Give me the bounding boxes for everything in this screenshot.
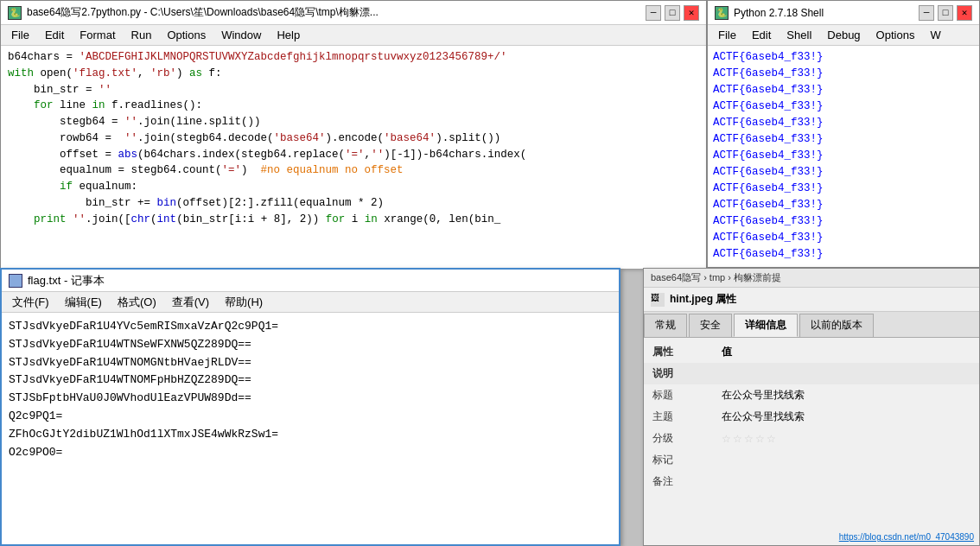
menu-file[interactable]: File	[4, 27, 36, 43]
tab-previous[interactable]: 以前的版本	[799, 314, 874, 337]
notepad-file-icon	[9, 274, 22, 288]
menu-format[interactable]: Format	[73, 27, 122, 43]
notepad-menubar: 文件(F) 编辑(E) 格式(O) 查看(V) 帮助(H)	[2, 292, 619, 313]
menu-run[interactable]: Run	[124, 27, 159, 43]
props-key-tags: 标记	[644, 449, 713, 471]
properties-url[interactable]: https://blog.csdn.net/m0_47043890	[839, 532, 974, 542]
python-file-icon: 🐍	[8, 6, 22, 20]
shell-icon: 🐍	[715, 6, 729, 20]
tab-general[interactable]: 常规	[644, 314, 687, 337]
properties-tabs: 常规 安全 详细信息 以前的版本	[644, 312, 979, 338]
props-row-title: 标题 在公众号里找线索	[644, 384, 979, 406]
shell-minimize[interactable]: ─	[919, 5, 934, 21]
props-row-rating: 分级 ☆☆☆☆☆	[644, 428, 979, 449]
shell-output-7: ACTF{6aseb4_f33!}	[713, 148, 974, 164]
props-header-val: 值	[713, 341, 979, 363]
code-line-4: for line in f.readlines():	[8, 98, 699, 114]
props-header-key: 属性	[644, 341, 713, 363]
properties-table: 属性 值 说明 标题 在公众号里找线索 主题 在公众号里找线索 分级 ☆☆☆☆☆	[644, 341, 979, 492]
props-key-notes: 备注	[644, 471, 713, 492]
code-line-7: offset = abs(b64chars.index(stegb64.repl…	[8, 147, 699, 163]
notepad-menu-edit[interactable]: 编辑(E)	[58, 293, 109, 312]
props-key-subject: 主题	[644, 406, 713, 428]
shell-title: Python 2.7.18 Shell	[734, 7, 824, 19]
shell-menubar: File Edit Shell Debug Options W	[708, 25, 979, 46]
shell-output-3: ACTF{6aseb4_f33!}	[713, 82, 974, 98]
code-area[interactable]: b64chars = 'ABCDEFGHIJKLMNOPQRSTUVWXYZab…	[1, 46, 706, 269]
shell-maximize[interactable]: □	[938, 5, 953, 21]
titlebar-left: 🐍 base64隐写2.7python.py - C:\Users\笙\Down…	[8, 5, 379, 20]
props-section-description: 说明	[644, 363, 979, 384]
props-val-rating: ☆☆☆☆☆	[713, 428, 979, 449]
props-key-rating: 分级	[644, 428, 713, 449]
notepad-menu-help[interactable]: 帮助(H)	[218, 293, 270, 312]
python-editor-title: base64隐写2.7python.py - C:\Users\笙\Downlo…	[27, 5, 379, 20]
shell-output-6: ACTF{6aseb4_f33!}	[713, 131, 974, 148]
menu-window[interactable]: Window	[214, 27, 268, 43]
notepad-line-4: STJsdVkyeDFaR1U4WTNOMFpHbHZQZ289DQ==	[9, 371, 612, 390]
properties-breadcrumb: base64隐写 › tmp › 枸貅漂前提	[644, 269, 979, 288]
notepad-menu-view[interactable]: 查看(V)	[165, 293, 216, 312]
props-row-subject: 主题 在公众号里找线索	[644, 406, 979, 428]
props-row-notes: 备注	[644, 471, 979, 492]
minimize-button[interactable]: ─	[646, 5, 661, 21]
code-line-10: bin_str += bin(offset)[2:].zfill(equalnu…	[8, 195, 699, 212]
notepad-title: flag.txt - 记事本	[28, 273, 105, 289]
tab-security[interactable]: 安全	[689, 314, 732, 337]
properties-panel: base64隐写 › tmp › 枸貅漂前提 🖼 hint.jpeg 属性 常规…	[643, 268, 980, 546]
notepad-line-1: STJsdVkyeDFaR1U4YVc5emRISmxaVzArQ2c9PQ1=	[9, 318, 612, 336]
code-line-2: with open('flag.txt', 'rb') as f:	[8, 66, 699, 82]
python-editor-menubar: File Edit Format Run Options Window Help	[1, 25, 706, 46]
shell-controls: ─ □ ✕	[919, 5, 972, 21]
notepad-window: flag.txt - 记事本 文件(F) 编辑(E) 格式(O) 查看(V) 帮…	[0, 268, 620, 546]
code-line-9: if equalnum:	[8, 179, 699, 195]
props-val-title: 在公众号里找线索	[713, 384, 979, 406]
notepad-content[interactable]: STJsdVkyeDFaR1U4YVc5emRISmxaVzArQ2c9PQ1=…	[2, 313, 619, 546]
shell-output-5: ACTF{6aseb4_f33!}	[713, 115, 974, 131]
notepad-line-2: STJsdVkyeDFaR1U4WTNSeWFXNW5QZ289DQ==	[9, 336, 612, 354]
shell-output: ACTF{6aseb4_f33!} ACTF{6aseb4_f33!} ACTF…	[708, 46, 979, 269]
code-line-1: b64chars = 'ABCDEFGHIJKLMNOPQRSTUVWXYZab…	[8, 49, 699, 66]
properties-filename: hint.jpeg 属性	[670, 292, 736, 307]
shell-output-9: ACTF{6aseb4_f33!}	[713, 181, 974, 197]
shell-close[interactable]: ✕	[957, 5, 972, 21]
notepad-line-8: O2c9PO0=	[9, 444, 612, 462]
shell-menu-options[interactable]: Options	[869, 27, 922, 43]
breadcrumb-text: base64隐写 › tmp › 枸貅漂前提	[651, 271, 781, 284]
shell-output-11: ACTF{6aseb4_f33!}	[713, 213, 974, 230]
menu-edit[interactable]: Edit	[38, 27, 71, 43]
python-editor-titlebar: 🐍 base64隐写2.7python.py - C:\Users\笙\Down…	[1, 1, 706, 25]
properties-body: 属性 值 说明 标题 在公众号里找线索 主题 在公众号里找线索 分级 ☆☆☆☆☆	[644, 338, 979, 545]
shell-menu-file[interactable]: File	[711, 27, 743, 43]
hint-file-icon: 🖼	[651, 293, 665, 307]
maximize-button[interactable]: □	[665, 5, 680, 21]
notepad-menu-format[interactable]: 格式(O)	[111, 293, 163, 312]
properties-titlebar: 🖼 hint.jpeg 属性	[644, 288, 979, 312]
shell-output-12: ACTF{6aseb4_f33!}	[713, 230, 974, 246]
shell-titlebar-left: 🐍 Python 2.7.18 Shell	[715, 6, 824, 20]
shell-output-1: ACTF{6aseb4_f33!}	[713, 49, 974, 66]
menu-options[interactable]: Options	[160, 27, 213, 43]
notepad-menu-file[interactable]: 文件(F)	[5, 293, 56, 312]
notepad-line-5: STJSbFptbHVaU0J0WVhodUlEazVPUW89Dd==	[9, 390, 612, 408]
shell-output-4: ACTF{6aseb4_f33!}	[713, 98, 974, 115]
shell-output-2: ACTF{6aseb4_f33!}	[713, 66, 974, 82]
shell-titlebar: 🐍 Python 2.7.18 Shell ─ □ ✕	[708, 1, 979, 25]
code-line-6: rowb64 = ''.join(stegb64.decode('base64'…	[8, 130, 699, 147]
titlebar-controls: ─ □ ✕	[646, 5, 699, 21]
shell-output-13: ACTF{6aseb4_f33!}	[713, 246, 974, 263]
shell-menu-debug[interactable]: Debug	[820, 27, 867, 43]
shell-menu-shell[interactable]: Shell	[780, 27, 818, 43]
tab-details[interactable]: 详细信息	[734, 314, 798, 337]
code-line-3: bin_str = ''	[8, 82, 699, 98]
shell-menu-edit[interactable]: Edit	[745, 27, 778, 43]
notepad-line-7: ZFhOcGJtY2dibUZ1WlhOd1lXTmxJSE4wWkRzSw1=	[9, 426, 612, 444]
shell-output-10: ACTF{6aseb4_f33!}	[713, 197, 974, 213]
props-header-row: 属性 值	[644, 341, 979, 363]
code-line-8: equalnum = stegb64.count('=') #no equaln…	[8, 162, 699, 179]
props-val-tags	[713, 449, 979, 471]
props-row-tags: 标记	[644, 449, 979, 471]
shell-menu-w[interactable]: W	[923, 27, 947, 43]
menu-help[interactable]: Help	[270, 27, 307, 43]
close-button[interactable]: ✕	[684, 5, 699, 21]
